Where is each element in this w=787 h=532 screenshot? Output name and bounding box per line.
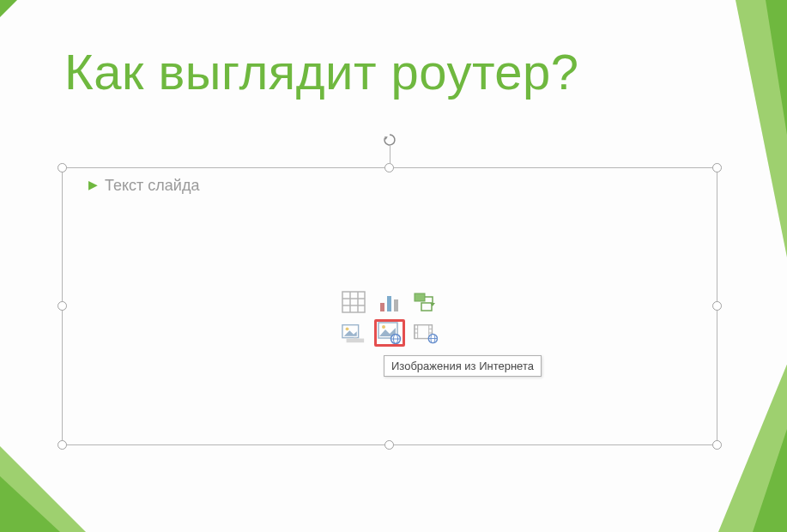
insert-chart-icon[interactable] xyxy=(374,288,405,316)
svg-rect-13 xyxy=(387,296,391,311)
insert-online-picture-icon[interactable] xyxy=(374,319,405,347)
bullet-icon: ▶ xyxy=(88,178,98,191)
insert-smartart-icon[interactable] xyxy=(410,288,441,316)
svg-rect-15 xyxy=(415,293,425,301)
resize-handle-middle-left[interactable] xyxy=(58,301,67,311)
insert-video-icon[interactable] xyxy=(410,319,441,347)
rotate-connector xyxy=(390,146,390,163)
slide-title[interactable]: Как выглядит роутер? xyxy=(64,43,579,100)
svg-rect-12 xyxy=(380,303,384,311)
svg-marker-17 xyxy=(430,303,435,306)
insert-icon-grid xyxy=(338,288,441,347)
svg-rect-14 xyxy=(394,299,398,311)
decoration-corner-top-left xyxy=(0,0,17,17)
resize-handle-bottom-right[interactable] xyxy=(712,440,722,450)
insert-picture-icon[interactable] xyxy=(338,319,369,347)
rotate-handle[interactable] xyxy=(382,132,397,148)
insert-table-icon[interactable] xyxy=(338,288,369,316)
tooltip: Изображения из Интернета xyxy=(384,355,542,377)
resize-handle-top-right[interactable] xyxy=(712,163,722,172)
resize-handle-top-left[interactable] xyxy=(58,163,67,172)
svg-rect-16 xyxy=(421,303,432,311)
decoration-corner-bottom-left xyxy=(0,446,103,532)
content-placeholder[interactable]: ▶Текст слайда xyxy=(62,167,717,445)
tooltip-label: Изображения из Интернета xyxy=(391,360,534,372)
svg-rect-22 xyxy=(354,338,357,340)
resize-handle-bottom-middle[interactable] xyxy=(384,440,394,450)
placeholder-label: Текст слайда xyxy=(105,177,199,194)
svg-point-24 xyxy=(382,325,385,329)
resize-handle-top-middle[interactable] xyxy=(384,163,394,172)
svg-point-19 xyxy=(346,327,349,330)
resize-handle-bottom-left[interactable] xyxy=(58,440,67,450)
svg-rect-7 xyxy=(342,292,365,312)
placeholder-text[interactable]: ▶Текст слайда xyxy=(88,177,199,195)
slide: Как выглядит роутер? ▶Текст слайда xyxy=(0,0,787,532)
resize-handle-middle-right[interactable] xyxy=(712,301,722,311)
